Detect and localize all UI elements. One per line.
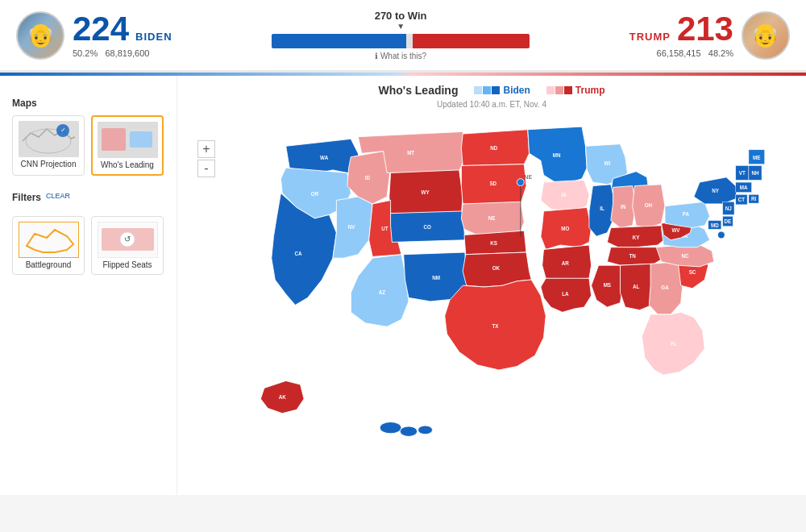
map-area: Who's Leading Biden Trump Updated 10:40 … bbox=[177, 76, 806, 495]
state-ky[interactable] bbox=[607, 226, 666, 247]
state-fl[interactable] bbox=[642, 312, 704, 375]
biden-sq-mid bbox=[483, 86, 491, 94]
state-ar[interactable] bbox=[542, 245, 592, 280]
state-co[interactable] bbox=[391, 211, 465, 243]
center-section: 270 to Win ▼ What is this? bbox=[272, 10, 530, 60]
cnn-thumbnail: ✓ bbox=[19, 121, 79, 157]
state-mn[interactable] bbox=[528, 127, 587, 182]
zoom-out-button[interactable]: - bbox=[197, 160, 215, 177]
svg-text:↺: ↺ bbox=[124, 235, 131, 243]
state-pa[interactable] bbox=[665, 202, 710, 227]
sidebar-item-cnn-projection[interactable]: ✓ CNN Projection bbox=[12, 115, 85, 176]
trump-sq-mid bbox=[555, 86, 563, 94]
sidebar-item-flipped-seats[interactable]: ↺ Flipped Seats bbox=[91, 216, 164, 275]
trump-squares bbox=[546, 86, 572, 94]
leading-label: Who's Leading bbox=[101, 160, 154, 169]
biden-sq-dark bbox=[492, 86, 500, 94]
biden-pct: 50.2% bbox=[73, 48, 98, 58]
state-de[interactable] bbox=[723, 216, 733, 227]
sidebar-item-battleground[interactable]: Battleground bbox=[12, 216, 85, 275]
svg-text:✓: ✓ bbox=[60, 127, 65, 134]
svg-text:NE: NE bbox=[524, 174, 532, 181]
win-label: 270 to Win ▼ bbox=[375, 10, 427, 31]
election-header: 👴 224 BIDEN 50.2% 68,819,600 270 to Win … bbox=[0, 0, 806, 73]
map-options: ✓ CNN Projection Who's Leading bbox=[12, 115, 164, 182]
state-az[interactable] bbox=[351, 255, 409, 327]
state-ny[interactable] bbox=[694, 177, 737, 204]
state-nj[interactable] bbox=[723, 202, 734, 214]
state-nd[interactable] bbox=[461, 130, 529, 166]
trump-avatar: 👴 bbox=[742, 11, 790, 60]
flipped-thumbnail: ↺ bbox=[98, 222, 158, 258]
svg-text:DC: DC bbox=[725, 232, 732, 237]
ne-electoral-dot bbox=[517, 179, 524, 186]
svg-point-63 bbox=[400, 426, 417, 437]
state-hi[interactable]: HI bbox=[380, 422, 432, 448]
state-wy[interactable] bbox=[389, 170, 463, 215]
biden-squares bbox=[474, 86, 500, 94]
biden-sq-light bbox=[474, 86, 482, 94]
state-ma[interactable] bbox=[736, 182, 752, 193]
sidebar-item-whos-leading[interactable]: Who's Leading bbox=[91, 115, 164, 176]
state-vt[interactable] bbox=[736, 166, 749, 181]
state-id[interactable] bbox=[347, 152, 391, 204]
state-ia[interactable] bbox=[541, 180, 589, 211]
battleground-label: Battleground bbox=[26, 260, 72, 269]
cnn-label: CNN Projection bbox=[21, 160, 77, 168]
state-me[interactable] bbox=[749, 150, 765, 164]
svg-rect-5 bbox=[102, 128, 126, 151]
maps-title: Maps bbox=[12, 98, 164, 109]
state-nv[interactable] bbox=[333, 197, 372, 258]
electoral-progress-bar bbox=[272, 34, 530, 48]
trump-section: 👴 213 TRUMP 66,158,415 48.2% bbox=[629, 11, 790, 60]
map-legend: Who's Leading Biden Trump bbox=[189, 84, 794, 97]
trump-pct: 48.2% bbox=[708, 48, 733, 58]
filter-options: Battleground ↺ Flipped Seats bbox=[12, 216, 164, 281]
state-dc[interactable] bbox=[717, 231, 725, 239]
state-ak[interactable] bbox=[260, 380, 304, 413]
biden-info: 224 BIDEN 50.2% 68,819,600 bbox=[73, 12, 172, 58]
biden-avatar: 👴 bbox=[16, 11, 64, 60]
biden-vote-stats: 50.2% 68,819,600 bbox=[73, 48, 172, 58]
svg-point-62 bbox=[380, 422, 401, 434]
state-ne[interactable] bbox=[461, 202, 524, 235]
leading-thumbnail bbox=[98, 122, 158, 158]
update-time: Updated 10:40 a.m. ET, Nov. 4 bbox=[189, 100, 794, 109]
state-tx[interactable] bbox=[445, 280, 546, 370]
state-ga[interactable] bbox=[649, 262, 683, 314]
zoom-controls: + - bbox=[197, 140, 215, 177]
state-ks[interactable] bbox=[464, 231, 526, 255]
state-ms[interactable] bbox=[592, 265, 623, 307]
biden-votes: 68,819,600 bbox=[105, 48, 149, 58]
zoom-in-button[interactable]: + bbox=[197, 140, 215, 158]
trump-name: TRUMP bbox=[629, 31, 671, 43]
us-map-container: WA OR CA NV ID MT WY bbox=[189, 114, 794, 460]
trump-bar bbox=[413, 34, 530, 48]
state-sd[interactable] bbox=[461, 164, 526, 204]
state-ri[interactable] bbox=[749, 194, 759, 203]
svg-rect-0 bbox=[19, 121, 79, 157]
biden-legend: Biden bbox=[474, 85, 530, 96]
state-md[interactable] bbox=[708, 221, 721, 230]
main-content: Maps ✓ CNN Projection bbox=[0, 76, 806, 495]
biden-electoral-votes: 224 bbox=[73, 12, 129, 46]
win-threshold: 270 to Win bbox=[375, 10, 427, 22]
us-map-svg: WA OR CA NV ID MT WY bbox=[189, 114, 794, 460]
biden-bar bbox=[272, 34, 405, 48]
battleground-thumbnail bbox=[19, 222, 79, 258]
biden-name: BIDEN bbox=[135, 31, 172, 43]
biden-section: 👴 224 BIDEN 50.2% 68,819,600 bbox=[16, 11, 172, 60]
state-ct[interactable] bbox=[736, 194, 747, 205]
state-tn[interactable] bbox=[607, 247, 663, 265]
trump-vote-stats: 66,158,415 48.2% bbox=[629, 48, 733, 58]
state-nh[interactable] bbox=[749, 166, 762, 181]
trump-info: 213 TRUMP 66,158,415 48.2% bbox=[629, 12, 733, 58]
trump-electoral-votes: 213 bbox=[677, 12, 733, 46]
clear-filters-button[interactable]: CLEAR bbox=[46, 192, 70, 200]
what-is-this-link[interactable]: What is this? bbox=[375, 52, 426, 60]
sidebar: Maps ✓ CNN Projection bbox=[0, 76, 177, 495]
state-la[interactable] bbox=[541, 278, 592, 312]
state-oh[interactable] bbox=[633, 185, 665, 228]
state-mo[interactable] bbox=[541, 207, 592, 249]
trump-legend-label: Trump bbox=[575, 85, 605, 96]
